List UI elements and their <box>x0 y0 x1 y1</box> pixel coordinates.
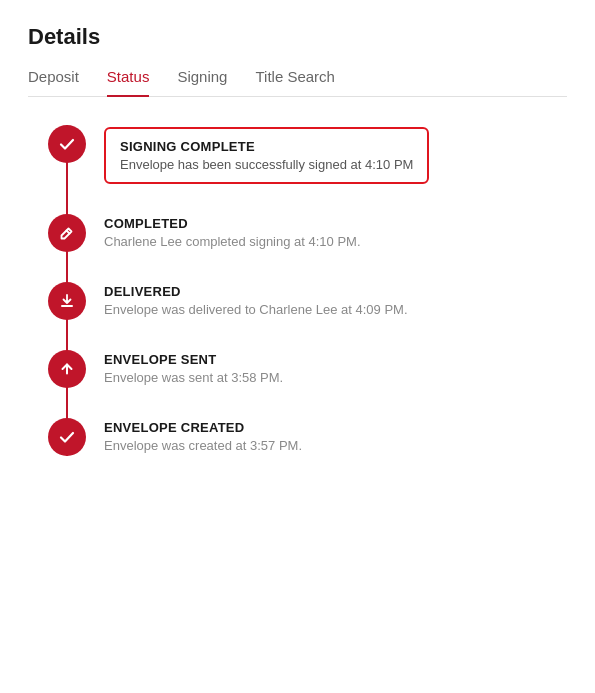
check-icon <box>48 125 86 163</box>
envelope-sent-desc: Envelope was sent at 3:58 PM. <box>104 370 283 385</box>
delivered-content: DELIVERED Envelope was delivered to Char… <box>104 282 408 317</box>
envelope-created-desc: Envelope was created at 3:57 PM. <box>104 438 302 453</box>
delivered-desc: Envelope was delivered to Charlene Lee a… <box>104 302 408 317</box>
timeline-item-completed: COMPLETED Charlene Lee completed signing… <box>48 214 567 252</box>
completed-title: COMPLETED <box>104 216 361 231</box>
envelope-sent-content: ENVELOPE SENT Envelope was sent at 3:58 … <box>104 350 283 385</box>
send-icon <box>48 350 86 388</box>
completed-desc: Charlene Lee completed signing at 4:10 P… <box>104 234 361 249</box>
download-icon <box>48 282 86 320</box>
signing-complete-content: SIGNING COMPLETE Envelope has been succe… <box>104 125 429 184</box>
signing-complete-highlight: SIGNING COMPLETE Envelope has been succe… <box>104 127 429 184</box>
tab-deposit[interactable]: Deposit <box>28 68 79 97</box>
tab-status[interactable]: Status <box>107 68 150 97</box>
timeline-item-envelope-created: ENVELOPE CREATED Envelope was created at… <box>48 418 567 456</box>
timeline-item-signing-complete: SIGNING COMPLETE Envelope has been succe… <box>48 125 567 184</box>
timeline: SIGNING COMPLETE Envelope has been succe… <box>28 125 567 456</box>
edit-icon <box>48 214 86 252</box>
timeline-item-delivered: DELIVERED Envelope was delivered to Char… <box>48 282 567 320</box>
tab-title-search[interactable]: Title Search <box>255 68 334 97</box>
envelope-created-title: ENVELOPE CREATED <box>104 420 302 435</box>
delivered-title: DELIVERED <box>104 284 408 299</box>
check-created-icon <box>48 418 86 456</box>
svg-rect-0 <box>61 305 73 307</box>
envelope-created-content: ENVELOPE CREATED Envelope was created at… <box>104 418 302 453</box>
tab-bar: Deposit Status Signing Title Search <box>28 68 567 97</box>
tab-signing[interactable]: Signing <box>177 68 227 97</box>
signing-complete-desc: Envelope has been successfully signed at… <box>120 157 413 172</box>
signing-complete-title: SIGNING COMPLETE <box>120 139 413 154</box>
envelope-sent-title: ENVELOPE SENT <box>104 352 283 367</box>
timeline-item-envelope-sent: ENVELOPE SENT Envelope was sent at 3:58 … <box>48 350 567 388</box>
page-title: Details <box>28 24 567 50</box>
completed-content: COMPLETED Charlene Lee completed signing… <box>104 214 361 249</box>
